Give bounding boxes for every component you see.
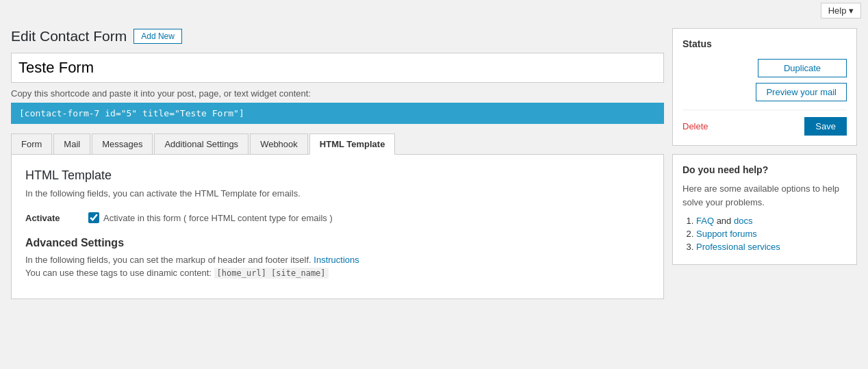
advanced-settings-title: Advanced Settings xyxy=(25,237,650,249)
status-footer: Delete Save xyxy=(682,110,847,136)
shortcode-label: Copy this shortcode and paste it into yo… xyxy=(11,88,664,99)
help-list-item-faq: FAQ and docs xyxy=(696,216,847,226)
docs-link[interactable]: docs xyxy=(734,216,752,226)
save-button[interactable]: Save xyxy=(804,117,847,136)
tab-messages[interactable]: Messages xyxy=(92,133,153,154)
tab-webhook[interactable]: Webhook xyxy=(250,133,308,154)
help-list-item-pro: Professional services xyxy=(696,242,847,252)
help-box: Do you need help? Here are some availabl… xyxy=(672,154,857,265)
duplicate-button[interactable]: Duplicate xyxy=(758,59,847,77)
help-list-item-forums: Support forums xyxy=(696,229,847,239)
tab-mail[interactable]: Mail xyxy=(53,133,90,154)
instructions-link[interactable]: Instructions xyxy=(314,255,359,265)
tab-additional-settings[interactable]: Additional Settings xyxy=(154,133,248,154)
help-title: Do you need help? xyxy=(682,164,847,175)
forums-link[interactable]: Support forums xyxy=(696,229,757,239)
add-new-button[interactable]: Add New xyxy=(133,29,182,44)
activate-checkbox[interactable] xyxy=(88,212,99,223)
shortcode-box[interactable]: [contact-form-7 id="5" title="Teste Form… xyxy=(11,103,664,124)
status-buttons: Duplicate Preview your mail xyxy=(682,59,847,101)
tags-code: [home_url] [site_name] xyxy=(214,268,329,279)
faq-link[interactable]: FAQ xyxy=(696,216,714,226)
tab-content-html-template: HTML Template In the following fields, y… xyxy=(11,155,664,299)
status-box: Status Duplicate Preview your mail Delet… xyxy=(672,28,857,146)
status-title: Status xyxy=(682,38,847,49)
tags-line: You can use these tags to use dinamic co… xyxy=(25,268,650,278)
checkbox-text: Activate in this form ( force HTML conte… xyxy=(103,213,333,223)
page-title: Edit Contact Form xyxy=(11,28,127,44)
delete-link[interactable]: Delete xyxy=(682,121,709,131)
tab-form[interactable]: Form xyxy=(11,133,52,154)
html-template-title: HTML Template xyxy=(25,168,650,183)
activate-checkbox-label[interactable]: Activate in this form ( force HTML conte… xyxy=(88,212,333,223)
advanced-settings-desc: In the following fields, you can set the… xyxy=(25,255,650,265)
tabs-row: Form Mail Messages Additional Settings W… xyxy=(11,133,664,155)
help-description: Here are some available options to help … xyxy=(682,182,847,209)
html-template-desc: In the following fields, you can activat… xyxy=(25,188,650,199)
help-button[interactable]: Help ▾ xyxy=(821,3,861,18)
activate-label: Activate xyxy=(25,213,80,223)
preview-mail-button[interactable]: Preview your mail xyxy=(756,83,847,101)
form-name-input[interactable] xyxy=(11,53,664,83)
pro-services-link[interactable]: Professional services xyxy=(696,242,780,252)
tab-html-template[interactable]: HTML Template xyxy=(309,133,396,155)
activate-field-row: Activate Activate in this form ( force H… xyxy=(25,212,650,223)
help-list: FAQ and docs Support forums Professional… xyxy=(682,216,847,252)
